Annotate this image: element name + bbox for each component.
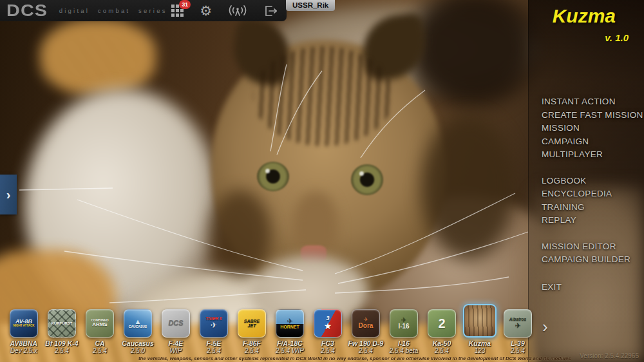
menu-item-replay[interactable]: REPLAY bbox=[542, 214, 643, 227]
settings-gear-icon[interactable]: ⚙ bbox=[200, 4, 212, 17]
module-icon-text: I-16 bbox=[398, 323, 409, 330]
module-icon-text: ✈ bbox=[515, 322, 520, 330]
module-icon: TIGER II✈ bbox=[200, 309, 228, 338]
menu-item-multiplayer[interactable]: MULTIPLAYER bbox=[542, 148, 643, 162]
logout-icon[interactable] bbox=[263, 5, 278, 17]
module-name: CA bbox=[95, 339, 104, 347]
module-l-39[interactable]: Albatros✈L-392.5.4 bbox=[503, 309, 533, 354]
module-name: F-5E bbox=[207, 339, 222, 347]
module-manager-badge: 31 bbox=[179, 0, 191, 9]
module-name: Fw 190 D-9 bbox=[348, 339, 384, 347]
module-i-16[interactable]: ✈I-16I-162.5.4 beta bbox=[389, 309, 419, 354]
module-version: 2.5.4 bbox=[359, 347, 373, 354]
module-icon: SABREJET bbox=[238, 309, 266, 338]
menu-item-campaign[interactable]: CAMPAIGN bbox=[542, 135, 643, 149]
module-f-86f[interactable]: SABREJETF-86F2.5.4 bbox=[237, 309, 267, 354]
module-icon-text: ✈ bbox=[211, 321, 217, 330]
module-icon-text: ★ bbox=[324, 321, 332, 331]
module-icon-text: HORNET bbox=[280, 325, 299, 329]
module-version: 2.5.4 bbox=[245, 347, 259, 354]
dcs-logo: DCS bbox=[6, 3, 48, 19]
module-icon: 2 bbox=[428, 309, 456, 338]
module-kuzma[interactable]: Kuzma123 bbox=[465, 304, 495, 354]
module-icon-text: ✈ bbox=[287, 318, 292, 325]
module-icon-text: 2 bbox=[438, 317, 445, 330]
menu-item-campaign-builder[interactable]: CAMPAIGN BUILDER bbox=[542, 253, 643, 267]
module-ka-50[interactable]: 2Ka-502.5.4 bbox=[427, 309, 457, 354]
menu-item-training[interactable]: TRAINING bbox=[542, 201, 643, 214]
menu-item-mission-editor[interactable]: MISSION EDITOR bbox=[542, 240, 643, 254]
menu-item-instant-action[interactable]: INSTANT ACTION bbox=[542, 95, 643, 109]
module-version: 123 bbox=[475, 347, 486, 354]
module-ca[interactable]: COMBINEDARMSCA2.5.4 bbox=[85, 309, 115, 354]
module-av8bna[interactable]: AV-8BNIGHT ATTACKAV8BNADev 2.5.x bbox=[9, 309, 39, 354]
chevron-right-icon: › bbox=[6, 187, 11, 202]
module-name: F-4E bbox=[169, 339, 184, 347]
cat-forehead-stripes bbox=[253, 46, 393, 146]
menu-group-play: INSTANT ACTIONCREATE FAST MISSIONMISSION… bbox=[542, 95, 643, 162]
wallpaper-layer bbox=[359, 171, 364, 176]
menu-item-mission[interactable]: MISSION bbox=[542, 122, 643, 135]
module-icon-text: SABRE bbox=[244, 319, 260, 323]
module-name: F/A-18C bbox=[277, 339, 303, 347]
module-icon: AV-8BNIGHT ATTACK bbox=[10, 309, 38, 338]
module-version: Dev 2.5.x bbox=[10, 347, 37, 354]
broadcast-icon[interactable] bbox=[228, 4, 247, 18]
module-name: Caucasus bbox=[122, 339, 154, 347]
module-icon-text: KURFÜRST bbox=[52, 321, 73, 325]
module-version: 2.5.0 bbox=[131, 347, 145, 354]
module-caucasus[interactable]: ▲CAUCASUSCaucasus2.5.0 bbox=[123, 309, 153, 354]
module-manager-icon[interactable]: 31 bbox=[171, 5, 184, 17]
module-row-next-chevron[interactable]: › bbox=[542, 318, 548, 335]
module-icon-text: Dora bbox=[359, 323, 374, 330]
module-fw-190-d-9[interactable]: ✈DoraFw 190 D-92.5.4 bbox=[351, 309, 381, 354]
menu-item-exit[interactable]: EXIT bbox=[542, 281, 643, 294]
wallpaper-layer bbox=[422, 115, 515, 260]
legal-disclaimer: the vehicles, weapons, sensors and other… bbox=[138, 356, 571, 361]
module-icon: ✈Dora bbox=[352, 309, 380, 338]
left-slideout-tab[interactable]: › bbox=[0, 175, 17, 214]
wallpaper-layer bbox=[210, 190, 271, 277]
module-version: 2.5.4 bbox=[511, 347, 525, 354]
module-version: 2.5.4 bbox=[321, 347, 335, 354]
module-icon bbox=[463, 304, 497, 338]
module-f-4e[interactable]: DCSF-4EWIP bbox=[161, 309, 191, 354]
module-fc3[interactable]: 3★FC32.5.4 bbox=[313, 309, 343, 354]
menu-item-encyclopedia[interactable]: ENCYCLOPEDIA bbox=[542, 187, 643, 201]
module-name: I-16 bbox=[398, 339, 410, 347]
menu-group-editors: MISSION EDITORCAMPAIGN BUILDER bbox=[542, 240, 643, 267]
mod-title: Kuzma bbox=[553, 5, 616, 27]
user-profile-tab[interactable]: USSR_Rik bbox=[286, 0, 335, 11]
module-name: Bf 109 K-4 bbox=[45, 339, 78, 347]
main-menu: INSTANT ACTIONCREATE FAST MISSIONMISSION… bbox=[542, 95, 643, 294]
dcs-tagline: digital combat series bbox=[59, 7, 167, 14]
module-row: AV-8BNIGHT ATTACKAV8BNADev 2.5.xKURFÜRST… bbox=[9, 304, 548, 354]
module-icon-text: DCS bbox=[168, 319, 183, 327]
module-icon-text: ARMS bbox=[92, 322, 108, 327]
menu-item-create-fast-mission[interactable]: CREATE FAST MISSION bbox=[542, 109, 643, 122]
module-icon-text: JET bbox=[248, 323, 256, 328]
module-name: Ka-50 bbox=[433, 339, 451, 347]
module-f-a-18c[interactable]: ✈HORNETF/A-18C2.5.4 WIP bbox=[275, 309, 305, 354]
module-version: 2.5.4 bbox=[55, 347, 69, 354]
module-bf-109-k-4[interactable]: KURFÜRSTBf 109 K-42.5.4 bbox=[47, 309, 77, 354]
module-icon: 3★ bbox=[314, 309, 342, 338]
module-name: Kuzma bbox=[469, 339, 491, 347]
module-icon-text: CAUCASUS bbox=[129, 325, 147, 329]
module-icon: ▲CAUCASUS bbox=[124, 309, 152, 338]
module-icon: COMBINEDARMS bbox=[86, 309, 114, 338]
module-icon-text: NIGHT ATTACK bbox=[14, 325, 35, 328]
menu-group-tools: LOGBOOKENCYCLOPEDIATRAININGREPLAY bbox=[542, 175, 643, 227]
top-bar-icons: 31 ⚙ bbox=[171, 4, 278, 18]
module-icon: ✈I-16 bbox=[390, 309, 418, 338]
wallpaper-layer bbox=[265, 169, 270, 173]
menu-item-logbook[interactable]: LOGBOOK bbox=[542, 175, 643, 188]
cat-eye-right bbox=[351, 164, 383, 195]
module-version: 2.5.4 beta bbox=[390, 347, 418, 354]
module-version: 2.5.4 WIP bbox=[276, 347, 304, 354]
module-icon: KURFÜRST bbox=[48, 309, 76, 338]
module-version: 2.5.4 bbox=[207, 347, 221, 354]
module-f-5e[interactable]: TIGER II✈F-5E2.5.4 bbox=[199, 309, 229, 354]
module-version: 2.5.4 bbox=[435, 347, 449, 354]
module-name: AV8BNA bbox=[10, 339, 37, 347]
